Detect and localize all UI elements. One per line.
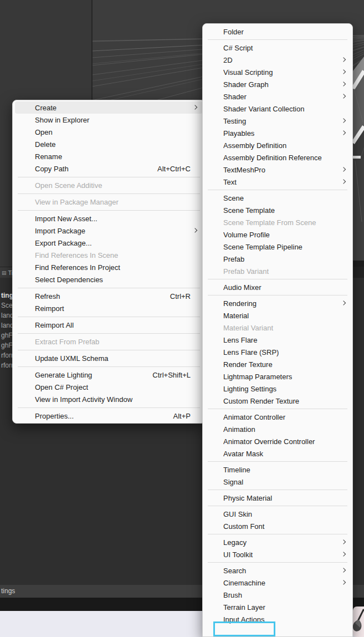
menu-item-input-actions[interactable]: Input Actions (203, 613, 352, 625)
menu-item-lens-flare-srp[interactable]: Lens Flare (SRP) (203, 346, 352, 358)
menu-item-export-package[interactable]: Export Package... (13, 237, 205, 249)
menu-item-delete[interactable]: Delete (13, 138, 205, 150)
menu-item-show-in-explorer[interactable]: Show in Explorer (13, 114, 205, 126)
menu-item-refresh[interactable]: RefreshCtrl+R (13, 290, 205, 302)
settings-bar-label: tings (1, 587, 15, 595)
menu-item-copy-path[interactable]: Copy PathAlt+Ctrl+C (13, 162, 205, 175)
menu-item-timeline[interactable]: Timeline (203, 463, 352, 476)
menu-item-physic-material[interactable]: Physic Material (203, 492, 352, 504)
menu-item-render-texture[interactable]: Render Texture (203, 358, 352, 370)
menu-item-update-uxml-schema[interactable]: Update UXML Schema (13, 352, 205, 364)
chevron-right-icon (193, 228, 197, 232)
menu-item-shader-graph[interactable]: Shader Graph (203, 78, 352, 90)
menu-item-shader-variant-collection[interactable]: Shader Variant Collection (203, 103, 352, 115)
menu-item-label: Audio Mixer (223, 283, 339, 292)
chevron-right-icon (341, 552, 346, 556)
menu-item-generate-lighting[interactable]: Generate LightingCtrl+Shift+L (13, 369, 205, 381)
menu-item-testing[interactable]: Testing (203, 115, 352, 127)
menu-separator (13, 331, 205, 335)
menu-item-label: Lightmap Parameters (223, 373, 339, 381)
menu-item-visual-scripting[interactable]: Visual Scripting (203, 66, 352, 78)
menu-item-textmeshpro[interactable]: TextMeshPro (203, 164, 352, 176)
menu-separator (13, 314, 205, 319)
menu-item-label: Refresh (35, 292, 170, 300)
menu-item-search[interactable]: Search (203, 564, 352, 577)
menu-item-custom-font[interactable]: Custom Font (203, 520, 352, 532)
menu-item-reimport[interactable]: Reimport (13, 302, 205, 314)
timeline-tab-icon: ▤ (2, 270, 7, 276)
project-list-item-fragment: land (1, 320, 13, 330)
menu-item-shader[interactable]: Shader (203, 90, 352, 103)
project-list-item-fragment: rforr (1, 350, 13, 360)
menu-item-prefab-variant: Prefab Variant (203, 265, 352, 277)
chevron-right-icon (341, 94, 346, 98)
menu-item-label: Show in Explorer (35, 116, 191, 124)
menu-item-animator-override-controller[interactable]: Animator Override Controller (203, 435, 352, 447)
menu-item-assembly-definition[interactable]: Assembly Definition (203, 139, 352, 151)
menu-item-import-package[interactable]: Import Package (13, 225, 205, 237)
menu-item-import-new-asset[interactable]: Import New Asset... (13, 212, 205, 225)
menu-item-c-script[interactable]: C# Script (203, 42, 352, 54)
menu-separator (13, 286, 205, 290)
menu-item-create[interactable]: Create (15, 101, 203, 114)
menu-item-cinemachine[interactable]: Cinemachine (203, 577, 352, 589)
project-list-item-fragment: Scer (1, 300, 13, 310)
menu-item-legacy[interactable]: Legacy (203, 536, 352, 548)
menu-item-playables[interactable]: Playables (203, 127, 352, 139)
menu-item-label: C# Script (223, 44, 339, 52)
menu-item-avatar-mask[interactable]: Avatar Mask (203, 447, 352, 460)
menu-item-view-in-import-activity-window[interactable]: View in Import Activity Window (13, 393, 205, 405)
menu-item-label: Testing (223, 117, 339, 125)
menu-item-open[interactable]: Open (13, 126, 205, 138)
chevron-right-icon (341, 167, 346, 171)
menu-item-prefab[interactable]: Prefab (203, 253, 352, 265)
asset-context-menu: CreateShow in ExplorerOpenDeleteRenameCo… (12, 100, 206, 424)
menu-item-label: Volume Profile (223, 231, 339, 239)
menu-item-label: Find References In Scene (35, 251, 191, 259)
menu-item-scene[interactable]: Scene (203, 192, 352, 204)
menu-item-animator-controller[interactable]: Animator Controller (203, 411, 352, 423)
menu-item-lens-flare[interactable]: Lens Flare (203, 334, 352, 346)
menu-item-animation[interactable]: Animation (203, 423, 352, 435)
menu-item-signal[interactable]: Signal (203, 476, 352, 488)
menu-item-lighting-settings[interactable]: Lighting Settings (203, 383, 352, 395)
menu-item-material[interactable]: Material (203, 309, 352, 322)
menu-item-scene-template-pipeline[interactable]: Scene Template Pipeline (203, 241, 352, 253)
menu-item-label: Scene Template Pipeline (223, 243, 339, 251)
menu-item-terrain-layer[interactable]: Terrain Layer (203, 601, 352, 613)
menu-item-label: Brush (223, 591, 339, 599)
menu-item-assembly-definition-reference[interactable]: Assembly Definition Reference (203, 151, 352, 164)
menu-item-select-dependencies[interactable]: Select Dependencies (13, 273, 205, 286)
menu-item-folder[interactable]: Folder (203, 26, 352, 38)
menu-item-brush[interactable]: Brush (203, 589, 352, 601)
menu-item-label: Shader Variant Collection (223, 105, 339, 113)
menu-item-properties[interactable]: Properties...Alt+P (13, 410, 205, 422)
menu-item-2d[interactable]: 2D (203, 54, 352, 66)
menu-item-open-c-project[interactable]: Open C# Project (13, 381, 205, 393)
project-list-item-fragment: ghFi (1, 330, 13, 340)
menu-item-audio-mixer[interactable]: Audio Mixer (203, 281, 352, 293)
menu-item-label: Find References In Project (35, 263, 191, 272)
menu-separator (203, 293, 352, 297)
menu-separator (13, 175, 205, 179)
menu-item-scene-template[interactable]: Scene Template (203, 204, 352, 216)
tab-timeline[interactable]: ▤ Tim (0, 267, 13, 278)
menu-item-lightmap-parameters[interactable]: Lightmap Parameters (203, 370, 352, 383)
menu-item-label: Export Package... (35, 239, 191, 247)
menu-item-custom-render-texture[interactable]: Custom Render Texture (203, 395, 352, 407)
menu-item-ui-toolkit[interactable]: UI Toolkit (203, 548, 352, 560)
menu-item-label: Assembly Definition (223, 141, 339, 150)
menu-item-find-references-in-project[interactable]: Find References In Project (13, 261, 205, 273)
create-submenu: FolderC# Script2DVisual ScriptingShader … (202, 23, 353, 637)
menu-item-label: Update UXML Schema (35, 354, 191, 363)
menu-item-label: Timeline (223, 466, 339, 474)
menu-separator (13, 364, 205, 369)
menu-item-label: Scene (223, 194, 339, 202)
menu-item-volume-profile[interactable]: Volume Profile (203, 228, 352, 241)
menu-item-gui-skin[interactable]: GUI Skin (203, 508, 352, 520)
menu-item-text[interactable]: Text (203, 176, 352, 188)
menu-item-reimport-all[interactable]: Reimport All (13, 319, 205, 331)
menu-item-rendering[interactable]: Rendering (203, 297, 352, 309)
menu-item-rename[interactable]: Rename (13, 150, 205, 162)
menu-item-label: Rendering (223, 299, 339, 308)
